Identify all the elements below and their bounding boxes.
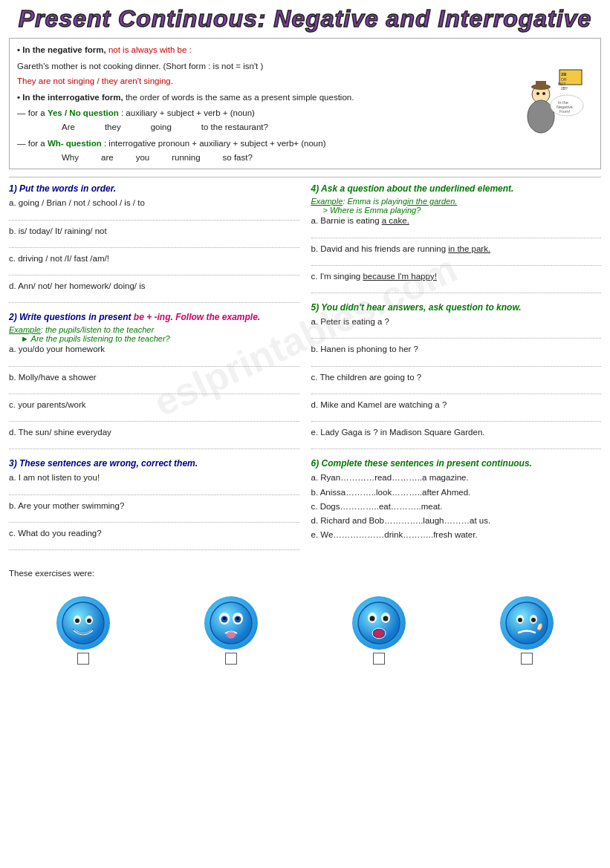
smiley-checkbox-4[interactable] — [521, 653, 533, 665]
s5-line-b — [311, 358, 602, 367]
yes-no-example: Aretheygoingto the restaurant? — [17, 120, 498, 134]
negative-form-line: • In the negative form, not is always wi… — [17, 43, 498, 56]
s5-line-e — [311, 440, 602, 449]
s1-item-b: b. is/ today/ It/ raining/ not — [9, 225, 299, 238]
s2-line-d — [9, 440, 299, 449]
s2-item-b: b. Molly/have a shower — [9, 371, 299, 384]
svg-point-25 — [223, 617, 226, 620]
s4-item-a: a. Barnie is eating a cake. — [311, 215, 602, 227]
svg-point-10 — [542, 92, 545, 95]
svg-text:Form!: Form! — [559, 109, 571, 114]
svg-point-19 — [87, 619, 91, 623]
svg-point-26 — [236, 617, 239, 620]
s2-line-c — [9, 413, 299, 422]
interrogative-form-line: • In the interrogative form, the order o… — [17, 91, 498, 104]
section-4: 4) Ask a question about the underlined e… — [311, 183, 602, 293]
section-6-title: 6) Complete these sentences in present c… — [311, 458, 602, 469]
smiley-4 — [500, 596, 554, 665]
s3-item-c: c. What do you reading? — [9, 527, 299, 540]
s2-item-c: c. your parents/work — [9, 399, 299, 411]
s5-item-d: d. Mike and Kamel are watching a ? — [311, 399, 602, 411]
section-2-title: 2) Write questions in present be + -ing.… — [9, 312, 299, 322]
s1-line-b — [9, 239, 299, 248]
svg-point-35 — [506, 602, 548, 644]
smiley-face-4 — [500, 596, 554, 650]
smiley-row — [9, 590, 601, 665]
s3-item-a: a. I am not listen to you! — [9, 471, 299, 484]
smiley-1 — [56, 596, 110, 665]
s2-line-b — [9, 385, 299, 394]
negative-example1: Gareth's mother is not cooking dinner. (… — [17, 59, 498, 73]
smiley-face-3 — [352, 596, 406, 650]
s5-line-c — [311, 385, 602, 394]
s5-item-e: e. Lady Gaga is ? in Madison Square Gard… — [311, 426, 602, 439]
s5-item-b: b. Hanen is phoning to her ? — [311, 343, 602, 356]
section-3-title: 3) These sentences are wrong, correct th… — [9, 458, 299, 469]
s4-item-c: c. I'm singing because I'm happy! — [311, 270, 602, 283]
s6-item-d: d. Richard and Bob…………..laugh………at us. — [311, 515, 602, 527]
smiley-face-1 — [56, 596, 110, 650]
svg-text:2B?: 2B? — [561, 86, 568, 91]
s5-line-a — [311, 330, 602, 339]
svg-point-34 — [374, 630, 384, 637]
s4-line-c — [311, 284, 602, 293]
s3-item-b: b. Are your mother swimming? — [9, 500, 299, 512]
smiley-3 — [352, 596, 406, 665]
theory-content: • In the negative form, not is always wi… — [17, 43, 498, 164]
s4-example-answer: > Where is Emma playing? — [323, 206, 602, 215]
divider — [9, 177, 601, 177]
right-column: 4) Ask a question about the underlined e… — [311, 183, 602, 559]
s2-example: Example: the pupils/listen to the teache… — [9, 325, 299, 334]
s1-item-a: a. going / Brian / not / school / is / t… — [9, 197, 299, 209]
s2-line-a — [9, 358, 299, 367]
svg-rect-8 — [536, 81, 546, 88]
s6-item-e: e. We………………drink………..fresh water. — [311, 529, 602, 541]
negative-example2: They are not singing / they aren't singi… — [17, 74, 498, 88]
s4-line-b — [311, 257, 602, 266]
s2-item-a: a. you/do your homework — [9, 343, 299, 356]
s3-line-c — [9, 541, 299, 550]
svg-text:2B: 2B — [561, 72, 567, 76]
svg-point-27 — [227, 631, 236, 639]
s6-item-a: a. Ryan…………read………..a magazine. — [311, 471, 602, 484]
smiley-face-2 — [204, 596, 258, 650]
negative-label: • In the negative form, — [17, 45, 106, 54]
page-title: Present Continuous: Negative and Interro… — [9, 6, 601, 32]
svg-point-39 — [531, 618, 536, 622]
smiley-checkbox-3[interactable] — [373, 653, 385, 665]
section-2: 2) Write questions in present be + -ing.… — [9, 312, 299, 449]
exercises-label: These exercises were: — [9, 569, 94, 578]
smiley-checkbox-2[interactable] — [225, 653, 237, 665]
cartoon-svg: 2B OR NOT 2B? In the Negative Form! — [507, 68, 589, 139]
section-1-title: 1) Put the words in order. — [9, 183, 299, 194]
wh-example: Whyareyourunningso fast? — [17, 151, 498, 164]
svg-point-15 — [62, 602, 104, 644]
s6-item-b: b. Anissa………..look………..after Ahmed. — [311, 486, 602, 499]
left-column: 1) Put the words in order. a. going / Br… — [9, 183, 299, 559]
s5-item-a: a. Peter is eating a ? — [311, 316, 602, 328]
exercises-grid: 1) Put the words in order. a. going / Br… — [9, 183, 601, 559]
svg-point-31 — [370, 616, 375, 621]
s5-item-c: c. The children are going to ? — [311, 371, 602, 384]
svg-point-18 — [75, 619, 80, 623]
s1-item-c: c. driving / not /I/ fast /am/! — [9, 252, 299, 265]
svg-point-9 — [536, 92, 539, 95]
section-5: 5) You didn't hear answers, ask question… — [311, 302, 602, 449]
s4-item-b: b. David and his friends are running in … — [311, 243, 602, 255]
section-1: 1) Put the words in order. a. going / Br… — [9, 183, 299, 303]
s1-line-d — [9, 294, 299, 303]
s2-example-answer: ► Are the pupils listening to the teache… — [21, 334, 299, 343]
s1-line-a — [9, 212, 299, 221]
s4-line-a — [311, 229, 602, 238]
svg-point-32 — [383, 616, 389, 621]
section-4-title: 4) Ask a question about the underlined e… — [311, 183, 602, 194]
footer: These exercises were: — [9, 568, 601, 665]
wh-line: — for a Wh- question : interrogative pro… — [17, 137, 498, 150]
section-5-title: 5) You didn't hear answers, ask question… — [311, 302, 602, 313]
smiley-checkbox-1[interactable] — [77, 653, 89, 665]
negative-rule: not is always with be : — [108, 45, 192, 54]
section-6: 6) Complete these sentences in present c… — [311, 458, 602, 541]
svg-point-38 — [518, 618, 522, 622]
yes-no-line: — for a Yes / No question : auxiliary + … — [17, 106, 498, 120]
s1-item-d: d. Ann/ not/ her homework/ doing/ is — [9, 280, 299, 293]
